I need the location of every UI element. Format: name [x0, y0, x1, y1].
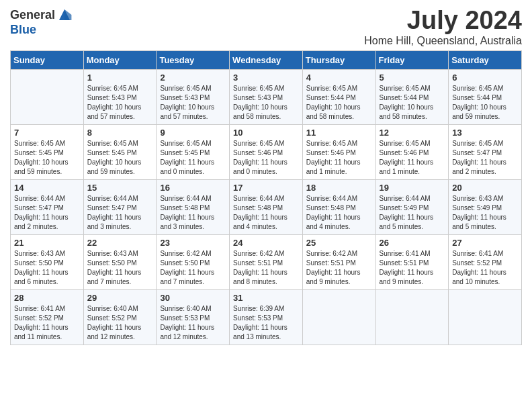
day-info: Sunrise: 6:44 AMSunset: 5:48 PMDaylight:… — [306, 194, 372, 232]
logo: General Blue — [10, 7, 73, 37]
calendar-cell — [11, 69, 84, 124]
day-info: Sunrise: 6:41 AMSunset: 5:52 PMDaylight:… — [14, 304, 80, 342]
calendar-cell: 13Sunrise: 6:45 AMSunset: 5:47 PMDayligh… — [449, 124, 522, 179]
day-number: 17 — [233, 183, 299, 193]
calendar-cell — [449, 289, 522, 345]
day-number: 2 — [160, 73, 226, 83]
calendar-cell: 11Sunrise: 6:45 AMSunset: 5:46 PMDayligh… — [302, 124, 375, 179]
day-info: Sunrise: 6:45 AMSunset: 5:44 PMDaylight:… — [306, 84, 372, 122]
calendar-cell: 23Sunrise: 6:42 AMSunset: 5:50 PMDayligh… — [157, 234, 230, 289]
logo-blue-text: Blue — [10, 23, 36, 37]
day-number: 19 — [380, 183, 445, 193]
calendar-cell: 31Sunrise: 6:39 AMSunset: 5:53 PMDayligh… — [230, 289, 303, 345]
day-info: Sunrise: 6:45 AMSunset: 5:44 PMDaylight:… — [380, 84, 445, 122]
logo-icon — [56, 7, 73, 23]
calendar-week-row: 7Sunrise: 6:45 AMSunset: 5:45 PMDaylight… — [11, 124, 522, 179]
day-info: Sunrise: 6:39 AMSunset: 5:53 PMDaylight:… — [233, 304, 299, 342]
calendar-cell: 7Sunrise: 6:45 AMSunset: 5:45 PMDaylight… — [11, 124, 84, 179]
calendar-cell: 16Sunrise: 6:44 AMSunset: 5:48 PMDayligh… — [157, 179, 230, 234]
day-info: Sunrise: 6:45 AMSunset: 5:43 PMDaylight:… — [160, 84, 226, 122]
day-info: Sunrise: 6:45 AMSunset: 5:45 PMDaylight:… — [14, 139, 80, 177]
calendar-cell: 25Sunrise: 6:42 AMSunset: 5:51 PMDayligh… — [302, 234, 375, 289]
day-number: 1 — [87, 73, 153, 83]
day-number: 7 — [14, 128, 80, 138]
day-info: Sunrise: 6:44 AMSunset: 5:47 PMDaylight:… — [14, 194, 80, 232]
calendar-cell: 26Sunrise: 6:41 AMSunset: 5:51 PMDayligh… — [375, 234, 449, 289]
calendar-cell: 20Sunrise: 6:43 AMSunset: 5:49 PMDayligh… — [449, 179, 522, 234]
calendar-cell: 8Sunrise: 6:45 AMSunset: 5:45 PMDaylight… — [83, 124, 157, 179]
day-info: Sunrise: 6:45 AMSunset: 5:43 PMDaylight:… — [233, 84, 299, 122]
calendar-cell: 15Sunrise: 6:44 AMSunset: 5:47 PMDayligh… — [83, 179, 157, 234]
day-number: 22 — [87, 238, 153, 248]
day-number: 14 — [14, 183, 80, 193]
day-number: 23 — [160, 238, 226, 248]
day-number: 16 — [160, 183, 226, 193]
calendar-cell: 17Sunrise: 6:44 AMSunset: 5:48 PMDayligh… — [230, 179, 303, 234]
calendar-cell: 4Sunrise: 6:45 AMSunset: 5:44 PMDaylight… — [302, 69, 375, 124]
calendar-cell: 22Sunrise: 6:43 AMSunset: 5:50 PMDayligh… — [83, 234, 157, 289]
day-number: 15 — [87, 183, 153, 193]
header-friday: Friday — [375, 50, 449, 69]
day-number: 20 — [452, 183, 518, 193]
day-info: Sunrise: 6:45 AMSunset: 5:46 PMDaylight:… — [233, 139, 299, 177]
day-info: Sunrise: 6:40 AMSunset: 5:53 PMDaylight:… — [160, 304, 226, 342]
title-section: July 2024 Home Hill, Queensland, Austral… — [364, 7, 522, 47]
day-info: Sunrise: 6:45 AMSunset: 5:46 PMDaylight:… — [306, 139, 372, 177]
calendar-cell: 29Sunrise: 6:40 AMSunset: 5:52 PMDayligh… — [83, 289, 157, 345]
day-number: 6 — [452, 73, 518, 83]
calendar-cell: 10Sunrise: 6:45 AMSunset: 5:46 PMDayligh… — [230, 124, 303, 179]
svg-marker-1 — [64, 9, 71, 20]
day-number: 13 — [452, 128, 518, 138]
day-info: Sunrise: 6:45 AMSunset: 5:45 PMDaylight:… — [160, 139, 226, 177]
day-info: Sunrise: 6:44 AMSunset: 5:48 PMDaylight:… — [233, 194, 299, 232]
day-number: 10 — [233, 128, 299, 138]
page-header: General Blue July 2024 Home Hill, Queens… — [10, 7, 522, 47]
day-number: 30 — [160, 293, 226, 303]
day-number: 11 — [306, 128, 372, 138]
calendar-cell: 5Sunrise: 6:45 AMSunset: 5:44 PMDaylight… — [375, 69, 449, 124]
day-number: 26 — [380, 238, 445, 248]
header-sunday: Sunday — [11, 50, 84, 69]
calendar-header-row: SundayMondayTuesdayWednesdayThursdayFrid… — [11, 50, 522, 69]
day-info: Sunrise: 6:44 AMSunset: 5:48 PMDaylight:… — [160, 194, 226, 232]
day-number: 12 — [380, 128, 445, 138]
day-number: 5 — [380, 73, 445, 83]
location-title: Home Hill, Queensland, Australia — [364, 35, 522, 47]
day-number: 27 — [452, 238, 518, 248]
calendar-cell: 1Sunrise: 6:45 AMSunset: 5:43 PMDaylight… — [83, 69, 157, 124]
day-info: Sunrise: 6:41 AMSunset: 5:52 PMDaylight:… — [452, 249, 518, 287]
day-info: Sunrise: 6:45 AMSunset: 5:44 PMDaylight:… — [452, 84, 518, 122]
day-info: Sunrise: 6:43 AMSunset: 5:49 PMDaylight:… — [452, 194, 518, 232]
day-info: Sunrise: 6:41 AMSunset: 5:51 PMDaylight:… — [380, 249, 445, 287]
header-tuesday: Tuesday — [157, 50, 230, 69]
calendar-week-row: 21Sunrise: 6:43 AMSunset: 5:50 PMDayligh… — [11, 234, 522, 289]
calendar-week-row: 28Sunrise: 6:41 AMSunset: 5:52 PMDayligh… — [11, 289, 522, 345]
day-number: 4 — [306, 73, 372, 83]
calendar-cell: 2Sunrise: 6:45 AMSunset: 5:43 PMDaylight… — [157, 69, 230, 124]
day-info: Sunrise: 6:42 AMSunset: 5:51 PMDaylight:… — [233, 249, 299, 287]
calendar-table: SundayMondayTuesdayWednesdayThursdayFrid… — [10, 50, 522, 345]
day-info: Sunrise: 6:45 AMSunset: 5:45 PMDaylight:… — [87, 139, 153, 177]
day-info: Sunrise: 6:43 AMSunset: 5:50 PMDaylight:… — [87, 249, 153, 287]
calendar-cell — [375, 289, 449, 345]
calendar-cell: 12Sunrise: 6:45 AMSunset: 5:46 PMDayligh… — [375, 124, 449, 179]
header-wednesday: Wednesday — [230, 50, 303, 69]
day-info: Sunrise: 6:43 AMSunset: 5:50 PMDaylight:… — [14, 249, 80, 287]
calendar-cell: 18Sunrise: 6:44 AMSunset: 5:48 PMDayligh… — [302, 179, 375, 234]
day-number: 31 — [233, 293, 299, 303]
day-info: Sunrise: 6:44 AMSunset: 5:49 PMDaylight:… — [380, 194, 445, 232]
calendar-week-row: 14Sunrise: 6:44 AMSunset: 5:47 PMDayligh… — [11, 179, 522, 234]
day-number: 25 — [306, 238, 372, 248]
day-number: 24 — [233, 238, 299, 248]
calendar-cell: 28Sunrise: 6:41 AMSunset: 5:52 PMDayligh… — [11, 289, 84, 345]
day-info: Sunrise: 6:45 AMSunset: 5:47 PMDaylight:… — [452, 139, 518, 177]
day-info: Sunrise: 6:45 AMSunset: 5:46 PMDaylight:… — [380, 139, 445, 177]
calendar-cell: 21Sunrise: 6:43 AMSunset: 5:50 PMDayligh… — [11, 234, 84, 289]
day-number: 3 — [233, 73, 299, 83]
day-info: Sunrise: 6:42 AMSunset: 5:50 PMDaylight:… — [160, 249, 226, 287]
calendar-cell — [302, 289, 375, 345]
day-info: Sunrise: 6:44 AMSunset: 5:47 PMDaylight:… — [87, 194, 153, 232]
day-number: 21 — [14, 238, 80, 248]
header-thursday: Thursday — [302, 50, 375, 69]
calendar-cell: 9Sunrise: 6:45 AMSunset: 5:45 PMDaylight… — [157, 124, 230, 179]
